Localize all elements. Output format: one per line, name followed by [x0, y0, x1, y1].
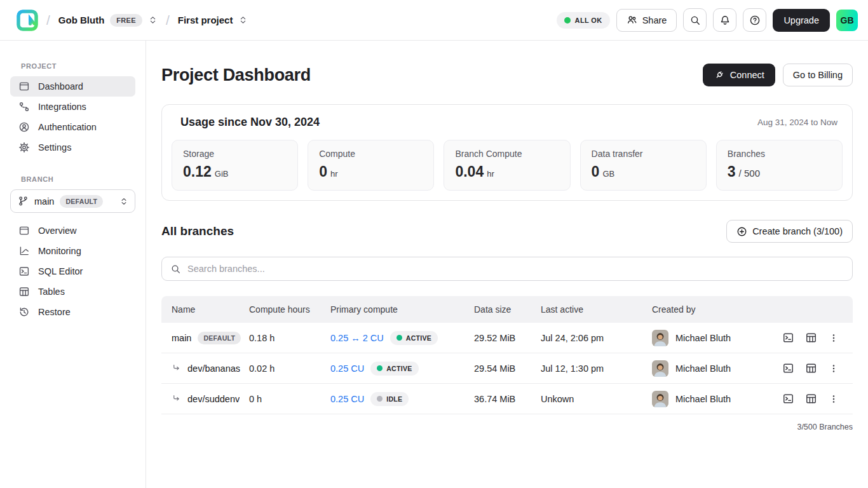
sidebar-item-authentication[interactable]: Authentication	[10, 117, 135, 137]
breadcrumb-divider: /	[45, 13, 51, 28]
last-active: Jul 24, 2:06 pm	[541, 333, 652, 343]
connect-button[interactable]: Connect	[703, 64, 775, 86]
stat-value: 0	[592, 163, 600, 180]
sql-editor-icon	[782, 393, 794, 405]
open-tables-button[interactable]	[802, 390, 820, 408]
sidebar-item-sql-editor[interactable]: SQL Editor	[10, 261, 135, 281]
settings-icon	[18, 142, 30, 153]
branch-selector[interactable]: main DEFAULT	[10, 189, 135, 213]
sidebar-item-overview[interactable]: Overview	[10, 220, 135, 241]
help-icon	[749, 15, 761, 26]
status-label: ACTIVE	[406, 334, 431, 342]
integrations-icon	[18, 101, 30, 112]
sidebar-item-tables[interactable]: Tables	[10, 281, 135, 302]
sidebar-item-dashboard[interactable]: Dashboard	[10, 76, 135, 97]
stat-unit: hr	[330, 169, 338, 179]
child-branch-arrow-icon	[172, 394, 181, 403]
main-content: Project Dashboard Connect Go to Billing …	[146, 41, 868, 488]
search-input[interactable]	[187, 264, 844, 274]
neon-logo[interactable]	[17, 10, 38, 31]
status-badge[interactable]: ALL OK	[557, 12, 610, 29]
stat-unit: GiB	[215, 169, 229, 179]
upgrade-button[interactable]: Upgrade	[773, 9, 830, 32]
search-icon	[689, 15, 701, 26]
row-menu-button[interactable]	[825, 329, 843, 347]
stat-value: 0.12	[183, 163, 212, 180]
last-active: Jul 12, 1:30 pm	[541, 363, 652, 374]
share-button[interactable]: Share	[616, 9, 677, 32]
status-badge: IDLE	[370, 392, 409, 406]
dashboard-icon	[18, 81, 30, 92]
col-last-active: Last active	[541, 304, 652, 315]
branch-name[interactable]: main	[172, 333, 191, 343]
top-bar: / Gob Bluth FREE / First project ALL OK …	[0, 0, 868, 41]
sidebar-item-monitoring[interactable]: Monitoring	[10, 241, 135, 261]
tables-icon	[18, 286, 30, 297]
go-to-billing-button[interactable]: Go to Billing	[783, 64, 853, 86]
user-photo-avatar	[652, 391, 668, 407]
default-badge: DEFAULT	[198, 332, 241, 344]
last-active: Unkown	[541, 394, 652, 404]
primary-compute-link[interactable]: 0.25 ↔ 2 CU	[330, 333, 384, 343]
open-sql-editor-button[interactable]	[779, 390, 797, 408]
primary-compute-link[interactable]: 0.25 CU	[330, 394, 364, 404]
create-branch-label: Create branch (3/100)	[752, 226, 843, 236]
open-tables-button[interactable]	[802, 360, 820, 377]
open-tables-button[interactable]	[802, 329, 820, 347]
help-button[interactable]	[743, 8, 766, 32]
stat-card-compute: Compute 0hr	[308, 140, 434, 191]
col-compute-hours: Compute hours	[249, 304, 330, 315]
breadcrumb-project[interactable]: First project	[178, 15, 248, 25]
sidebar-item-label: Restore	[38, 307, 71, 317]
stat-label: Branch Compute	[455, 149, 559, 159]
sql-editor-icon	[782, 362, 794, 374]
org-name: Gob Bluth	[58, 15, 104, 25]
notifications-button[interactable]	[713, 8, 736, 32]
stat-label: Branches	[728, 149, 831, 159]
data-size: 29.54 MiB	[474, 363, 541, 374]
authentication-icon	[18, 121, 30, 133]
table-icon	[805, 332, 817, 344]
sidebar-item-label: SQL Editor	[38, 266, 83, 276]
usage-title: Usage since Nov 30, 2024	[180, 116, 320, 129]
row-menu-button[interactable]	[825, 360, 843, 377]
plus-circle-icon	[736, 226, 747, 237]
status-badge: ACTIVE	[370, 362, 418, 376]
compute-hours: 0.18 h	[249, 333, 330, 343]
created-by-name: Michael Bluth	[675, 333, 731, 343]
status-dot-icon	[564, 17, 571, 24]
create-branch-button[interactable]: Create branch (3/100)	[726, 220, 853, 243]
branch-name[interactable]: dev/bananas	[187, 363, 240, 374]
sidebar-item-settings[interactable]: Settings	[10, 137, 135, 158]
chevron-updown-icon	[238, 15, 248, 25]
sidebar-item-restore[interactable]: Restore	[10, 302, 135, 322]
sidebar-section-branch: BRANCH	[21, 175, 135, 183]
primary-compute-link[interactable]: 0.25 CU	[330, 363, 364, 374]
row-menu-button[interactable]	[825, 390, 843, 408]
created-by-name: Michael Bluth	[675, 363, 731, 374]
status-label: ACTIVE	[386, 365, 412, 372]
breadcrumb-org[interactable]: Gob Bluth FREE	[58, 14, 158, 27]
open-sql-editor-button[interactable]	[779, 360, 797, 377]
stat-unit: GB	[602, 169, 614, 179]
table-row[interactable]: dev/suddenv 0 h 0.25 CU IDLE 36.74 MiB U…	[161, 384, 853, 414]
branch-name[interactable]: dev/suddenv	[187, 394, 240, 404]
open-sql-editor-button[interactable]	[779, 329, 797, 347]
stat-card-storage: Storage 0.12GiB	[172, 140, 298, 191]
user-photo-avatar	[652, 360, 668, 377]
status-dot-icon	[377, 396, 383, 402]
table-header: Name Compute hours Primary compute Data …	[161, 296, 853, 323]
sidebar-item-label: Settings	[38, 142, 71, 152]
compute-hours: 0.02 h	[249, 363, 330, 374]
data-size: 29.52 MiB	[474, 333, 541, 343]
col-name: Name	[172, 304, 249, 315]
sidebar-item-integrations[interactable]: Integrations	[10, 97, 135, 117]
table-row[interactable]: main DEFAULT 0.18 h 0.25 ↔ 2 CU ACTIVE 2…	[161, 323, 853, 353]
table-row[interactable]: dev/bananas 0.02 h 0.25 CU ACTIVE 29.54 …	[161, 353, 853, 384]
stat-label: Compute	[319, 149, 423, 159]
sidebar-section-project: PROJECT	[21, 62, 135, 70]
search-button[interactable]	[683, 8, 707, 32]
chevron-updown-icon	[148, 15, 158, 25]
col-created-by: Created by	[652, 304, 771, 315]
user-avatar[interactable]: GB	[836, 10, 858, 31]
